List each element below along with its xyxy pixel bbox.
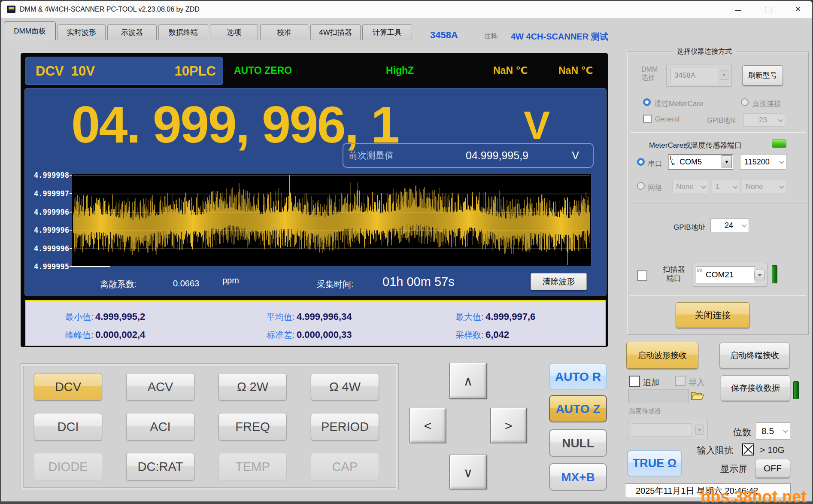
- impedance-value: > 10G: [760, 445, 785, 455]
- stat-item: 最大值: 4.999,997,6: [455, 311, 535, 323]
- dmm-model-value: 3458A: [670, 68, 719, 83]
- baud-combo[interactable]: 115200: [740, 154, 786, 170]
- mode-button-AUTO Z[interactable]: AUTO Z: [549, 395, 607, 422]
- scanner-port-label: 扫描器端口: [659, 265, 689, 283]
- window-title: DMM & 4W4CH-SCANNER PC-TOOL v2.23.08.06 …: [20, 1, 200, 18]
- general-checkbox-label: General: [655, 115, 680, 123]
- tab-示波器[interactable]: 示波器: [107, 24, 157, 40]
- dmm-model-dropdown-icon[interactable]: ▼: [720, 70, 728, 80]
- net-combo-2[interactable]: 1: [712, 180, 740, 193]
- connection-group-title: 选择仪器连接方式: [673, 47, 736, 56]
- function-button-DC:RAT[interactable]: DC:RAT: [126, 453, 194, 480]
- tab-实时波形[interactable]: 实时波形: [58, 24, 106, 40]
- function-button-PERIOD[interactable]: PERIOD: [311, 413, 379, 440]
- temp-sensor-dropdown-icon[interactable]: [695, 425, 704, 435]
- radio-direct[interactable]: [741, 98, 749, 106]
- radio-metercare-label: 通过MeterCare: [654, 99, 703, 109]
- mode-button-AUTO R[interactable]: AUTO R: [549, 363, 607, 390]
- net-combo-3[interactable]: None: [742, 180, 786, 193]
- reading-area: 04. 999, 996, 1 V 前次测量值 04.999,995,9 V 4…: [24, 88, 607, 296]
- temp-sensor-combo[interactable]: [628, 420, 708, 440]
- io-icon: I/o: [668, 155, 677, 169]
- gpib2-combo[interactable]: 24: [710, 219, 749, 232]
- scanner-port-combo[interactable]: I/o COM21: [692, 263, 767, 287]
- serial-port-combo[interactable]: I/o COM5 ▼: [668, 154, 733, 170]
- gpib1-combo[interactable]: 23: [743, 113, 785, 127]
- function-button-Ω 4W[interactable]: Ω 4W: [311, 373, 379, 401]
- folder-browse-button[interactable]: [691, 390, 710, 403]
- io-icon: I/o: [697, 268, 704, 282]
- arrow-button-up[interactable]: ∧: [449, 363, 487, 399]
- serial-port-value: COM5: [680, 155, 702, 169]
- auto-zero-indicator: AUTO ZERO: [234, 65, 292, 76]
- y-axis-label: 4.999995: [28, 262, 69, 271]
- clear-waveform-button[interactable]: 清除波形: [531, 273, 587, 290]
- close-connection-button[interactable]: 关闭连接: [676, 302, 750, 328]
- stat-item: 采样数: 6,042: [455, 329, 509, 341]
- serial-port-dropdown-icon[interactable]: ▼: [722, 155, 732, 168]
- display-screen-label: 显示屏: [720, 463, 747, 475]
- temp2-indicator: NaN ℃: [558, 65, 593, 76]
- tab-4W扫描器[interactable]: 4W扫描器: [310, 24, 361, 40]
- folder-icon: [691, 390, 705, 401]
- import-checkbox[interactable]: [675, 376, 686, 386]
- mode-button-MX+B[interactable]: MX+B: [549, 463, 607, 491]
- append-checkbox[interactable]: [629, 376, 640, 387]
- arrow-button-left[interactable]: <: [410, 408, 446, 443]
- digits-combo[interactable]: 8.5: [756, 422, 790, 440]
- file-path-field[interactable]: [628, 389, 689, 403]
- net-combo-1[interactable]: None: [672, 180, 708, 193]
- function-button-FREQ[interactable]: FREQ: [218, 413, 287, 440]
- scanner-port-dropdown-icon[interactable]: [754, 270, 764, 280]
- radio-metercare[interactable]: [643, 98, 651, 106]
- function-button-DCI[interactable]: DCI: [34, 413, 102, 440]
- tab-计算工具[interactable]: 计算工具: [362, 24, 412, 40]
- y-axis-label: 4.999996: [28, 226, 69, 234]
- minimize-button[interactable]: [728, 1, 748, 18]
- impedance-label: 输入阻抗: [697, 444, 733, 456]
- function-button-Ω 2W[interactable]: Ω 2W: [218, 373, 287, 401]
- refresh-model-button[interactable]: 刷新型号: [742, 65, 783, 85]
- connection-group-box: [627, 52, 809, 335]
- tab-bar: DMM面板实时波形示波器数据终端选项校准4W扫描器计算工具 3458A 注释: …: [1, 18, 812, 40]
- start-waveform-button[interactable]: 启动波形接收: [626, 342, 698, 369]
- dmm-model-combo[interactable]: 3458A ▼: [666, 64, 732, 87]
- radio-network[interactable]: [637, 182, 645, 190]
- arrow-button-right[interactable]: >: [490, 408, 527, 443]
- general-checkbox[interactable]: [643, 115, 652, 123]
- display-off-button[interactable]: OFF: [755, 459, 790, 478]
- mode-button-NULL[interactable]: NULL: [549, 429, 607, 457]
- waveform-chart: [72, 174, 592, 266]
- scanner-checkbox[interactable]: [637, 270, 647, 281]
- gpib1-label: GPIB地址: [707, 116, 737, 125]
- scatter-coef-unit: ppm: [222, 276, 239, 285]
- tab-选项[interactable]: 选项: [210, 24, 258, 40]
- tab-DMM面板[interactable]: DMM面板: [4, 21, 56, 40]
- dmm-select-label: DMM选择: [641, 65, 658, 82]
- radio-serial[interactable]: [637, 158, 645, 166]
- port-section-label: MeterCare或温度传感器端口: [649, 140, 742, 150]
- arrow-button-down[interactable]: ∨: [449, 455, 487, 489]
- function-button-ACI[interactable]: ACI: [126, 413, 194, 440]
- scanner-port-value: COM21: [706, 267, 734, 283]
- maximize-button[interactable]: [758, 1, 778, 18]
- gpib2-label: GPIB地址: [673, 222, 706, 232]
- scatter-coef-value: 0.0663: [173, 279, 199, 288]
- display-panel: DCV 10V 10PLC AUTO ZERO HighZ NaN ℃ NaN …: [21, 53, 608, 347]
- app-icon: [7, 6, 15, 13]
- function-button-DCV[interactable]: DCV: [34, 373, 102, 401]
- tab-数据终端[interactable]: 数据终端: [158, 24, 208, 40]
- save-data-button[interactable]: 保存接收数据: [721, 375, 790, 401]
- metercare-led: [772, 140, 786, 148]
- close-button[interactable]: ✕: [788, 1, 808, 18]
- import-checkbox-label: 导入: [689, 377, 705, 388]
- tab-校准[interactable]: 校准: [260, 24, 308, 40]
- function-button-ACV[interactable]: ACV: [126, 373, 194, 401]
- start-terminal-button[interactable]: 启动终端接收: [719, 343, 790, 368]
- y-axis-label: 4.999998: [28, 171, 69, 179]
- impedance-checkbox[interactable]: [742, 443, 754, 455]
- previous-reading-value: 04.999,995,9: [466, 144, 528, 167]
- true-ohm-button[interactable]: TRUE Ω: [627, 450, 682, 477]
- temp-sensor-label: 温度传感器: [629, 407, 661, 415]
- main-reading-unit: V: [524, 103, 550, 148]
